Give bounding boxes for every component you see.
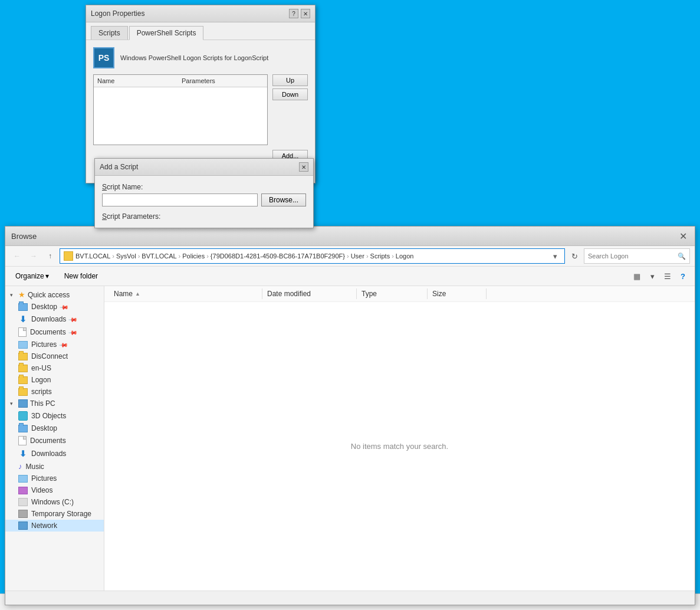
bc-bvtlocal2: BVT.LOCAL	[142, 252, 176, 260]
sidebar-item-3d-objects[interactable]: 3D Objects	[5, 409, 104, 422]
add-script-title-btns: ✕	[299, 162, 308, 172]
col-type-label: Type	[361, 290, 377, 298]
quick-access-star-icon: ★	[18, 290, 25, 299]
bc-sysvol: SysVol	[116, 252, 136, 260]
sidebar-item-scripts[interactable]: scripts	[5, 386, 104, 398]
sidebar-item-documents-pc[interactable]: Documents	[5, 434, 104, 447]
windows-c-label: Windows (C:)	[31, 498, 74, 506]
new-folder-button[interactable]: New folder	[59, 270, 103, 283]
desktop-pc-label: Desktop	[31, 424, 57, 432]
script-name-input[interactable]	[102, 194, 258, 206]
desktop-quick-label: Desktop	[31, 303, 57, 311]
pin-icon: 📌	[60, 302, 69, 311]
sidebar-item-music[interactable]: ♪ Music	[5, 460, 104, 473]
music-icon: ♪	[18, 462, 22, 471]
down-button[interactable]: Down	[272, 88, 308, 100]
view-details-btn[interactable]: ☰	[660, 269, 675, 283]
add-script-content: Script Name: Browse... Script Parameters…	[95, 176, 313, 228]
downloads-pc-label: Downloads	[31, 450, 66, 458]
help-button[interactable]: ?	[676, 269, 690, 283]
browse-action-bar: Organize ▾ New folder ▦ ▾ ☰ ?	[5, 267, 695, 286]
sidebar-item-windows-c[interactable]: Windows (C:)	[5, 496, 104, 508]
col-header-date[interactable]: Date modified	[262, 288, 357, 299]
add-script-dialog: Add a Script ✕ Script Name: Browse... Sc…	[94, 158, 314, 228]
refresh-btn[interactable]: ↻	[567, 249, 581, 263]
organize-arrow: ▾	[45, 272, 49, 280]
addr-dropdown-btn[interactable]: ▾	[549, 249, 561, 263]
sidebar-item-desktop-quick[interactable]: Desktop 📌	[5, 301, 104, 313]
browse-button[interactable]: Browse...	[261, 194, 306, 206]
up-button[interactable]: Up	[272, 74, 308, 86]
sidebar-item-quick-access[interactable]: ▾ ★ Quick access	[5, 288, 104, 301]
tab-scripts[interactable]: Scripts	[91, 26, 128, 40]
pictures-pin-icon: 📌	[59, 340, 68, 349]
forward-btn[interactable]: →	[27, 249, 41, 263]
disconnect-folder-icon	[18, 353, 28, 360]
col-name-label: Name	[114, 290, 133, 298]
pictures-pc-label: Pictures	[31, 474, 57, 483]
view-dropdown-btn[interactable]: ▾	[645, 269, 659, 283]
sidebar-item-downloads-pc[interactable]: ⬇ Downloads	[5, 447, 104, 460]
sidebar-item-desktop-pc[interactable]: Desktop	[5, 422, 104, 434]
up-dir-btn[interactable]: ↑	[43, 249, 57, 263]
col-header-type[interactable]: Type	[357, 288, 428, 299]
temp-storage-label: Temporary Storage	[31, 510, 91, 518]
downloads-pin-icon: 📌	[68, 314, 78, 324]
3d-objects-icon	[18, 411, 28, 421]
search-icon[interactable]: 🔍	[678, 252, 686, 260]
sidebar-item-en-us[interactable]: en-US	[5, 362, 104, 374]
sidebar-item-network[interactable]: Network	[5, 520, 104, 532]
network-label: Network	[31, 522, 57, 530]
browse-main: ▾ ★ Quick access Desktop 📌 ⬇ Downloads 📌…	[5, 286, 695, 591]
temp-storage-icon	[18, 510, 28, 518]
documents-pin-icon: 📌	[68, 327, 78, 337]
script-nav-buttons: Up Down	[272, 74, 308, 145]
browse-titlebar: Browse ✕	[5, 227, 695, 246]
script-table-header: Name Parameters	[94, 75, 267, 87]
videos-icon	[18, 487, 28, 494]
sidebar-item-documents-quick[interactable]: Documents 📌	[5, 326, 104, 339]
organize-button[interactable]: Organize ▾	[10, 270, 54, 283]
organize-label: Organize	[15, 272, 44, 280]
col-header-name[interactable]: Name ▲	[109, 288, 262, 299]
add-script-close-btn[interactable]: ✕	[299, 162, 308, 172]
videos-label: Videos	[31, 486, 52, 494]
bc-user: User	[351, 252, 364, 260]
disconnect-label: DisConnect	[31, 352, 68, 360]
ps-header: PS Windows PowerShell Logon Scripts for …	[93, 47, 308, 68]
quick-access-arrow: ▾	[10, 292, 16, 298]
logon-dialog-titlebar: Logon Properties ? ✕	[86, 5, 315, 22]
browse-close-btn[interactable]: ✕	[677, 230, 689, 242]
col-name-header: Name	[96, 76, 180, 86]
add-script-title: Add a Script	[100, 163, 138, 171]
logon-folder-label: Logon	[31, 376, 51, 384]
sidebar-item-pictures-pc[interactable]: Pictures	[5, 473, 104, 484]
scripts-folder-icon	[18, 388, 28, 396]
tab-powershell-scripts[interactable]: PowerShell Scripts	[129, 26, 204, 40]
sidebar-item-this-pc[interactable]: ▾ This PC	[5, 398, 104, 409]
logon-folder-icon	[18, 376, 28, 384]
address-bar[interactable]: BVT.LOCAL › SysVol › BVT.LOCAL › Policie…	[60, 248, 565, 264]
network-icon	[18, 522, 28, 530]
help-title-btn[interactable]: ?	[289, 9, 298, 18]
sidebar-item-temporary-storage[interactable]: Temporary Storage	[5, 508, 104, 520]
back-btn[interactable]: ←	[10, 249, 24, 263]
bc-guid: {79D068D1-4281-4509-BC86-17A71B0F290F}	[211, 252, 345, 260]
script-name-row: Browse...	[102, 194, 306, 206]
view-large-icons-btn[interactable]: ▦	[630, 269, 644, 283]
sidebar-item-pictures-quick[interactable]: Pictures 📌	[5, 339, 104, 350]
search-input[interactable]	[588, 252, 675, 260]
sidebar-item-disconnect[interactable]: DisConnect	[5, 350, 104, 362]
sidebar-item-downloads-quick[interactable]: ⬇ Downloads 📌	[5, 313, 104, 326]
empty-message: No items match your search.	[351, 442, 448, 451]
addr-folder-icon	[64, 251, 73, 261]
3d-objects-label: 3D Objects	[31, 412, 66, 420]
ps-title: Windows PowerShell Logon Scripts for Log…	[120, 54, 268, 61]
pictures-quick-label: Pictures	[31, 340, 57, 349]
sidebar-item-videos[interactable]: Videos	[5, 484, 104, 496]
col-date-label: Date modified	[267, 290, 311, 298]
close-title-btn[interactable]: ✕	[301, 9, 310, 18]
content-body: No items match your search.	[104, 302, 695, 591]
col-header-size[interactable]: Size	[428, 288, 487, 299]
sidebar-item-logon[interactable]: Logon	[5, 374, 104, 386]
